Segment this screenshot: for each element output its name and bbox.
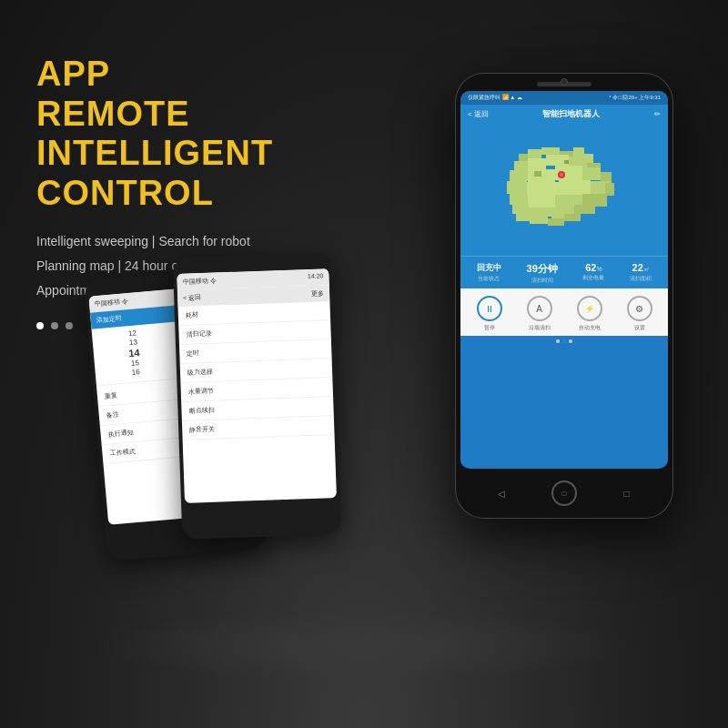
- nav-home[interactable]: ○: [551, 480, 577, 506]
- battery-unit: %: [596, 266, 602, 272]
- nav-back[interactable]: ◁: [494, 486, 509, 500]
- charge-icon: ⚡: [577, 296, 602, 321]
- battery-value: 62: [585, 262, 596, 273]
- settings-icon: ⚙: [627, 296, 652, 321]
- wall-label: 沿墙清扫: [529, 324, 551, 332]
- area-unit: ㎡: [643, 265, 650, 274]
- area-value: 22: [632, 262, 643, 273]
- phone-bg1-back-btn: 添加定时: [96, 314, 122, 325]
- svg-rect-31: [516, 214, 530, 221]
- dot-2[interactable]: [51, 322, 58, 329]
- charge-label: 自动充电: [579, 324, 601, 332]
- svg-rect-8: [528, 158, 546, 169]
- pause-label: 暂停: [484, 324, 495, 332]
- nav-menu[interactable]: □: [620, 486, 634, 500]
- phone-main: 仅限紧急呼叫 📶 ▲ ☁ * 令□ 囧20+ 上午9:31 < 返回 智能扫地机…: [455, 73, 673, 519]
- phone-bg2-more: 更多: [311, 288, 324, 298]
- svg-rect-1: [519, 154, 528, 161]
- bottom-controls: ⏸ 暂停 A 沿墙清扫 ⚡ 自动充电 ⚙ 设置: [460, 288, 668, 336]
- status-right: * 令□ 囧20+ 上午9:31: [609, 94, 661, 102]
- phone-bg2-time: 14:20: [308, 272, 324, 282]
- pause-icon: ⏸: [477, 296, 502, 321]
- svg-point-39: [560, 173, 563, 177]
- platform-shadow: [91, 610, 637, 682]
- phone-bg2-carrier: 中国移动 令: [182, 276, 216, 286]
- indicator-dot-1: [556, 339, 560, 343]
- back-button[interactable]: < 返回: [468, 109, 489, 119]
- feature-item-1: Intelligent sweeping | Search for robot: [36, 232, 346, 251]
- settings-label: 设置: [634, 324, 645, 332]
- phone-background-2: 中国移动 令 14:20 < 返回 更多 耗材 清扫记录 定时 吸力选择 水量调…: [173, 252, 342, 540]
- svg-rect-37: [564, 160, 569, 164]
- robot-map: [496, 131, 632, 249]
- svg-rect-22: [528, 195, 555, 207]
- svg-rect-17: [507, 181, 527, 194]
- svg-rect-2: [528, 149, 541, 158]
- area-label: 清扫面积: [630, 275, 652, 283]
- ctrl-wall[interactable]: A 沿墙清扫: [527, 296, 552, 332]
- svg-rect-35: [581, 207, 595, 214]
- svg-rect-32: [530, 217, 548, 224]
- ctrl-pause[interactable]: ⏸ 暂停: [477, 296, 502, 332]
- phone-bg1-back: 中国移动 令: [95, 297, 129, 308]
- svg-rect-30: [592, 196, 607, 207]
- indicator-dot-2: [562, 339, 566, 343]
- screen-navbar: < 返回 智能扫地机器人 ✏: [460, 105, 668, 124]
- ctrl-charge[interactable]: ⚡ 自动充电: [577, 296, 602, 332]
- status-state: 回充中 当前状态: [477, 262, 501, 285]
- status-battery: 62 % 剩全电量: [582, 262, 604, 285]
- svg-rect-19: [559, 180, 591, 195]
- status-row: 回充中 当前状态 39分钟 清扫时间 62 % 剩全电量 22 ㎡: [460, 256, 668, 288]
- phone-bg2-screen: 中国移动 令 14:20 < 返回 更多 耗材 清扫记录 定时 吸力选择 水量调…: [177, 268, 337, 503]
- svg-rect-25: [605, 183, 614, 196]
- indicator-dots: [460, 339, 668, 343]
- svg-rect-34: [564, 214, 581, 221]
- svg-rect-12: [510, 170, 528, 181]
- status-bar: 仅限紧急呼叫 📶 ▲ ☁ * 令□ 囧20+ 上午9:31: [460, 91, 668, 105]
- dot-1[interactable]: [36, 322, 44, 329]
- status-time: 39分钟 清扫时间: [527, 262, 558, 285]
- svg-rect-36: [534, 171, 541, 177]
- ctrl-settings[interactable]: ⚙ 设置: [627, 296, 652, 332]
- map-area: [460, 124, 668, 256]
- svg-rect-15: [582, 167, 601, 180]
- state-label: 当前状态: [478, 275, 500, 283]
- battery-label: 剩全电量: [582, 274, 604, 282]
- state-value: 回充中: [477, 262, 501, 274]
- svg-rect-21: [510, 194, 528, 205]
- phone-nav: ◁ ○ □: [455, 477, 673, 510]
- hero-title: APP REMOTE INTELLIGENT CONTROL: [36, 55, 346, 214]
- time-value: 39分钟: [527, 262, 558, 276]
- status-area: 22 ㎡ 清扫面积: [630, 262, 652, 285]
- svg-rect-33: [548, 218, 564, 226]
- home-icon: ○: [561, 487, 567, 500]
- screen-title: 智能扫地机器人: [489, 108, 654, 120]
- phone-screen: 仅限紧急呼叫 📶 ▲ ☁ * 令□ 囧20+ 上午9:31 < 返回 智能扫地机…: [460, 91, 668, 469]
- time-label: 清扫时间: [531, 277, 553, 285]
- indicator-dot-3: [569, 339, 572, 343]
- dot-3[interactable]: [66, 322, 73, 329]
- bg2-item-6: 静音开关: [182, 416, 335, 440]
- svg-rect-18: [527, 182, 559, 195]
- svg-rect-3: [541, 147, 560, 155]
- svg-rect-7: [514, 161, 528, 170]
- status-left: 仅限紧急呼叫 📶 ▲ ☁: [468, 94, 522, 102]
- phone-camera: [561, 78, 568, 86]
- edit-button[interactable]: ✏: [654, 110, 661, 118]
- svg-rect-26: [512, 205, 529, 214]
- wall-icon: A: [527, 296, 552, 321]
- svg-rect-27: [529, 207, 551, 217]
- phone-bg2-back: < 返回: [183, 293, 201, 303]
